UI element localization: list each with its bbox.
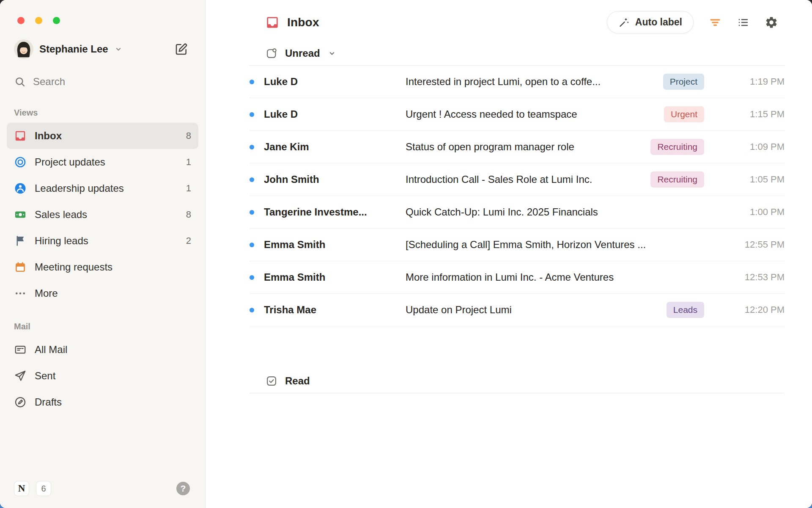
banknote-icon bbox=[14, 208, 27, 221]
unread-dot-column bbox=[250, 308, 264, 312]
email-time: 1:19 PM bbox=[704, 76, 785, 87]
email-sender: Emma Smith bbox=[264, 239, 406, 251]
compose-button[interactable] bbox=[175, 42, 188, 56]
sidebar-item-label: Meeting requests bbox=[35, 261, 112, 273]
sidebar-item-meeting-requests[interactable]: Meeting requests bbox=[7, 254, 198, 280]
email-subject: Interested in project Lumi, open to a co… bbox=[406, 76, 653, 88]
account-name[interactable]: Stephanie Lee bbox=[39, 43, 108, 55]
sidebar-item-label: All Mail bbox=[35, 344, 67, 356]
read-section-header[interactable]: Read bbox=[250, 369, 785, 393]
ellipsis-icon bbox=[14, 287, 27, 300]
read-checkbox-icon bbox=[266, 375, 277, 387]
email-row[interactable]: Emma Smith[Scheduling a Call] Emma Smith… bbox=[250, 229, 785, 261]
sidebar-item-leadership-updates[interactable]: Leadership updates1 bbox=[7, 175, 198, 202]
target-icon bbox=[14, 156, 27, 168]
sidebar-item-label: Drafts bbox=[35, 396, 62, 408]
main-header: Inbox Auto label bbox=[206, 0, 812, 33]
sidebar-item-more[interactable]: More bbox=[7, 280, 198, 306]
zoom-button[interactable] bbox=[53, 17, 60, 24]
unread-dot-column bbox=[250, 80, 264, 84]
email-row[interactable]: Tangerine Investme...Quick Catch-Up: Lum… bbox=[250, 196, 785, 229]
email-subject: Urgent ! Access needed to teamspace bbox=[406, 108, 654, 120]
email-sender: Emma Smith bbox=[264, 271, 406, 283]
sidebar-item-label: Sent bbox=[35, 370, 55, 382]
unread-dot bbox=[250, 80, 254, 84]
sidebar-item-label: Leadership updates bbox=[35, 182, 124, 194]
search-label: Search bbox=[33, 76, 65, 88]
unread-dot-column bbox=[250, 243, 264, 247]
sidebar-item-label: Sales leads bbox=[35, 209, 87, 221]
page-title: Inbox bbox=[287, 16, 319, 29]
email-label-badge[interactable]: Leads bbox=[667, 302, 704, 318]
unread-section-header[interactable]: Unread bbox=[250, 41, 785, 66]
email-subject: Quick Catch-Up: Lumi Inc. 2025 Financial… bbox=[406, 206, 704, 218]
email-label-badge[interactable]: Recruiting bbox=[650, 139, 704, 155]
unread-checkbox-icon bbox=[266, 47, 277, 59]
email-row[interactable]: Emma SmithMore information in Lumi Inc. … bbox=[250, 261, 785, 294]
app-window: Stephanie Lee Search ViewsInbox8Project … bbox=[0, 0, 812, 508]
email-subject: Status of open program manager role bbox=[406, 141, 640, 153]
auto-label-button[interactable]: Auto label bbox=[607, 11, 694, 33]
minimize-button[interactable] bbox=[35, 17, 42, 24]
email-subject: Update on Project Lumi bbox=[406, 304, 656, 316]
email-row[interactable]: Trisha MaeUpdate on Project LumiLeads12:… bbox=[250, 294, 785, 326]
sidebar-section-title: Mail bbox=[7, 322, 198, 331]
email-sender: Luke D bbox=[264, 76, 406, 88]
filter-icon[interactable] bbox=[709, 16, 721, 29]
unread-dot-column bbox=[250, 112, 264, 117]
unread-dot-column bbox=[250, 210, 264, 215]
email-list: Luke DInterested in project Lumi, open t… bbox=[250, 66, 785, 326]
unread-dot bbox=[250, 112, 254, 117]
email-sender: Tangerine Investme... bbox=[264, 206, 406, 218]
sidebar-item-all-mail[interactable]: All Mail bbox=[7, 337, 198, 363]
unread-label: Unread bbox=[285, 47, 320, 59]
sidebar-item-drafts[interactable]: Drafts bbox=[7, 389, 198, 415]
account-switcher: Stephanie Lee bbox=[14, 39, 188, 59]
chevron-down-icon bbox=[328, 49, 336, 58]
email-list-area: Unread Luke DInterested in project Lumi,… bbox=[206, 41, 812, 393]
unread-dot bbox=[250, 177, 254, 182]
settings-icon[interactable] bbox=[765, 16, 778, 29]
unread-count: 1 bbox=[186, 183, 191, 194]
unread-dot bbox=[250, 308, 254, 312]
email-time: 1:15 PM bbox=[704, 109, 785, 120]
sidebar-item-sent[interactable]: Sent bbox=[7, 363, 198, 389]
email-time: 1:09 PM bbox=[704, 141, 785, 152]
sidebar: Stephanie Lee Search ViewsInbox8Project … bbox=[0, 0, 206, 508]
email-label-badge[interactable]: Recruiting bbox=[650, 171, 704, 188]
email-label-badge[interactable]: Urgent bbox=[664, 106, 704, 122]
list-view-icon[interactable] bbox=[737, 16, 749, 29]
email-row[interactable]: Jane KimStatus of open program manager r… bbox=[250, 131, 785, 163]
auto-label-text: Auto label bbox=[635, 17, 682, 28]
sidebar-footer: N 6 ? bbox=[0, 481, 205, 508]
email-subject: [Scheduling a Call] Emma Smith, Horizon … bbox=[406, 239, 704, 251]
email-sender: Trisha Mae bbox=[264, 304, 406, 316]
notion-badge[interactable]: N bbox=[14, 481, 29, 496]
email-row[interactable]: John SmithIntroduction Call - Sales Role… bbox=[250, 163, 785, 196]
email-label-badge[interactable]: Project bbox=[663, 74, 704, 90]
email-sender: John Smith bbox=[264, 174, 406, 185]
email-sender: Luke D bbox=[264, 108, 406, 120]
help-button[interactable]: ? bbox=[176, 482, 190, 495]
read-label: Read bbox=[285, 375, 310, 387]
search-button[interactable]: Search bbox=[14, 72, 191, 92]
sidebar-item-hiring-leads[interactable]: Hiring leads2 bbox=[7, 228, 198, 254]
sidebar-item-inbox[interactable]: Inbox8 bbox=[7, 123, 198, 149]
sidebar-item-label: Project updates bbox=[35, 156, 105, 168]
unread-dot-column bbox=[250, 177, 264, 182]
avatar[interactable] bbox=[14, 39, 33, 59]
sidebar-item-sales-leads[interactable]: Sales leads8 bbox=[7, 202, 198, 228]
chevron-down-icon[interactable] bbox=[114, 45, 123, 53]
unread-dot bbox=[250, 275, 254, 280]
email-row[interactable]: Luke DUrgent ! Access needed to teamspac… bbox=[250, 98, 785, 131]
drafts-icon bbox=[14, 396, 27, 409]
close-button[interactable] bbox=[17, 17, 25, 24]
search-icon bbox=[14, 76, 26, 88]
unread-dot-column bbox=[250, 275, 264, 280]
sidebar-nav: ViewsInbox8Project updates1Leadership up… bbox=[0, 104, 205, 481]
shortcut-badge[interactable]: 6 bbox=[36, 481, 51, 496]
email-row[interactable]: Luke DInterested in project Lumi, open t… bbox=[250, 66, 785, 98]
sidebar-item-project-updates[interactable]: Project updates1 bbox=[7, 149, 198, 175]
wand-icon bbox=[618, 17, 630, 28]
sidebar-item-label: Inbox bbox=[35, 130, 62, 142]
